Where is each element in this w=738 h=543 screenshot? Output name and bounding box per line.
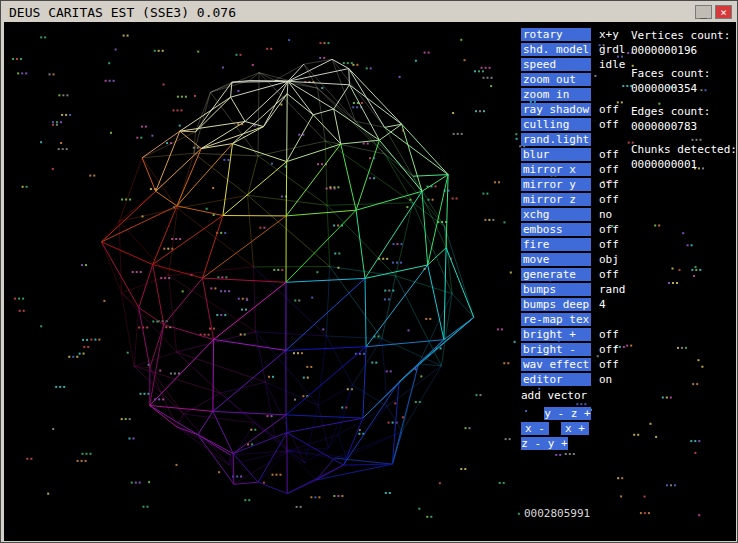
control-button-zoom-out[interactable]: zoom out xyxy=(521,73,591,86)
vector-z-minus-y-plus-button[interactable]: z - y + xyxy=(521,437,568,450)
control-row: bright +off xyxy=(521,328,626,341)
control-button-shd-model[interactable]: shd. model xyxy=(521,43,591,56)
control-panel: rotaryx+yshd. modelgrdlspeedidlezoom out… xyxy=(521,28,626,388)
control-row: xchgno xyxy=(521,208,626,221)
control-value-rotary: x+y xyxy=(599,28,619,41)
control-button-xchg[interactable]: xchg xyxy=(521,208,591,221)
control-value-bright-minus: off xyxy=(599,343,619,356)
control-row: fireoff xyxy=(521,238,626,251)
control-button-editor[interactable]: editor xyxy=(521,373,591,386)
control-value-bumps-deep: 4 xyxy=(599,298,606,311)
control-button-move[interactable]: move xyxy=(521,253,591,266)
minimize-button[interactable]: _ xyxy=(695,5,712,19)
stat-value: 0000000001 xyxy=(631,157,736,172)
add-vector-label: add vector xyxy=(521,389,591,402)
control-row: ray shadowoff xyxy=(521,103,626,116)
control-button-speed[interactable]: speed xyxy=(521,58,591,71)
stat-value: 0000000783 xyxy=(631,119,736,134)
titlebar[interactable]: DEUS CARITAS EST (SSE3) 0.076 _ × xyxy=(3,3,735,21)
control-value-bright-plus: off xyxy=(599,328,619,341)
close-button[interactable]: × xyxy=(715,5,732,19)
control-value-bumps: rand xyxy=(599,283,626,296)
control-row: moveobj xyxy=(521,253,626,266)
close-icon: × xyxy=(720,7,727,18)
control-value-shd-model: grdl xyxy=(599,43,626,56)
control-row: shd. modelgrdl xyxy=(521,43,626,56)
control-button-fire[interactable]: fire xyxy=(521,238,591,251)
stat-label: Chunks detected: xyxy=(631,142,736,157)
control-button-bright-plus[interactable]: bright + xyxy=(521,328,591,341)
control-value-blur: off xyxy=(599,148,619,161)
render-viewport: rotaryx+yshd. modelgrdlspeedidlezoom out… xyxy=(4,22,736,541)
control-button-rotary[interactable]: rotary xyxy=(521,28,591,41)
control-button-mirror-z[interactable]: mirror z xyxy=(521,193,591,206)
control-value-mirror-z: off xyxy=(599,193,619,206)
control-row: rotaryx+y xyxy=(521,28,626,41)
control-button-emboss[interactable]: emboss xyxy=(521,223,591,236)
control-button-ray-shadow[interactable]: ray shadow xyxy=(521,103,591,116)
control-button-culling[interactable]: culling xyxy=(521,118,591,131)
vector-x-plus-button[interactable]: x + xyxy=(561,422,589,435)
control-row: mirror yoff xyxy=(521,178,626,191)
stat-value: 0000000196 xyxy=(631,43,736,58)
control-button-generate[interactable]: generate xyxy=(521,268,591,281)
control-button-re-map-tex[interactable]: re-map tex xyxy=(521,313,591,326)
control-value-wav-effect: off xyxy=(599,358,619,371)
control-value-editor: on xyxy=(599,373,612,386)
control-row: re-map tex xyxy=(521,313,626,326)
frame-counter: 0002805991 xyxy=(524,507,590,520)
control-row: bumps deep4 xyxy=(521,298,626,311)
control-button-mirror-y[interactable]: mirror y xyxy=(521,178,591,191)
app-window: DEUS CARITAS EST (SSE3) 0.076 _ × rotary… xyxy=(0,0,738,543)
control-value-xchg: no xyxy=(599,208,612,221)
stats-panel: Vertices count:0000000196Faces count:000… xyxy=(631,28,736,180)
control-row: zoom in xyxy=(521,88,626,101)
stat-label: Vertices count: xyxy=(631,28,736,43)
control-row: rand.light xyxy=(521,133,626,146)
control-row: mirror xoff xyxy=(521,163,626,176)
control-value-mirror-y: off xyxy=(599,178,619,191)
control-row: wav effectoff xyxy=(521,358,626,371)
control-row: mirror zoff xyxy=(521,193,626,206)
control-row: cullingoff xyxy=(521,118,626,131)
control-value-ray-shadow: off xyxy=(599,103,619,116)
vector-x-minus-button[interactable]: x - xyxy=(521,422,549,435)
control-value-fire: off xyxy=(599,238,619,251)
wireframe-scene[interactable] xyxy=(4,22,736,541)
control-row: generateoff xyxy=(521,268,626,281)
control-row: editoron xyxy=(521,373,626,386)
add-vector-panel: add vector y - z + x - x + z - y + xyxy=(521,389,591,452)
control-value-mirror-x: off xyxy=(599,163,619,176)
window-title: DEUS CARITAS EST (SSE3) 0.076 xyxy=(3,5,695,20)
control-row: zoom out xyxy=(521,73,626,86)
control-button-bright-minus[interactable]: bright - xyxy=(521,343,591,356)
stat-value: 0000000354 xyxy=(631,81,736,96)
control-button-wav-effect[interactable]: wav effect xyxy=(521,358,591,371)
minimize-icon: _ xyxy=(700,7,707,18)
control-button-zoom-in[interactable]: zoom in xyxy=(521,88,591,101)
vector-y-minus-z-plus-button[interactable]: y - z + xyxy=(544,407,591,420)
control-row: embossoff xyxy=(521,223,626,236)
control-value-emboss: off xyxy=(599,223,619,236)
control-row: speedidle xyxy=(521,58,626,71)
control-button-bumps-deep[interactable]: bumps deep xyxy=(521,298,591,311)
control-button-mirror-x[interactable]: mirror x xyxy=(521,163,591,176)
control-row: bluroff xyxy=(521,148,626,161)
control-value-move: obj xyxy=(599,253,619,266)
control-button-rand-light[interactable]: rand.light xyxy=(521,133,591,146)
stat-label: Edges count: xyxy=(631,104,736,119)
control-row: bumpsrand xyxy=(521,283,626,296)
control-row: bright -off xyxy=(521,343,626,356)
control-button-bumps[interactable]: bumps xyxy=(521,283,591,296)
control-value-culling: off xyxy=(599,118,619,131)
control-button-blur[interactable]: blur xyxy=(521,148,591,161)
control-value-speed: idle xyxy=(599,58,626,71)
stat-label: Faces count: xyxy=(631,66,736,81)
control-value-generate: off xyxy=(599,268,619,281)
